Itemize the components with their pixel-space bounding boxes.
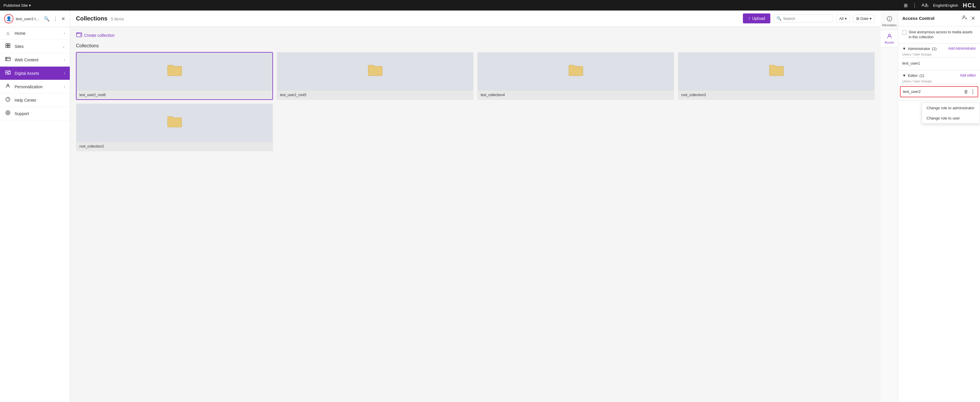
tab-information[interactable]: Information <box>881 13 898 30</box>
sites-chevron-icon: ⌄ <box>62 45 65 48</box>
sidebar-item-help-center[interactable]: ? Help Center <box>0 94 70 107</box>
editor-count: (1) <box>920 73 924 78</box>
sidebar-close-icon[interactable]: ✕ <box>61 16 66 22</box>
filter-dropdown[interactable]: All ▾ <box>836 14 850 22</box>
folder-icon-2 <box>568 64 584 80</box>
sidebar-item-sites[interactable]: Sites ⌄ <box>0 40 70 53</box>
home-chevron-icon: › <box>64 31 65 35</box>
close-panel-button[interactable]: ✕ <box>970 14 976 22</box>
collection-card-4[interactable]: root_collection2 <box>76 104 273 152</box>
add-editor-button[interactable]: Add editor <box>960 73 976 77</box>
admin-user-name-0: test_user1 <box>902 61 920 65</box>
personalization-icon <box>5 83 11 90</box>
sidebar-item-digital-assets[interactable]: Digital Assets › <box>0 67 70 80</box>
upload-button[interactable]: ↑ Upload <box>743 13 770 23</box>
sidebar-item-personalization[interactable]: Personalization › <box>0 80 70 94</box>
svg-marker-9 <box>8 72 10 74</box>
card-name-3: root_collection3 <box>678 91 874 99</box>
header-right: ↑ Upload 🔍 All ▾ ⊞ Date ▾ <box>743 13 875 23</box>
info-icon <box>886 16 892 23</box>
upload-label: Upload <box>752 16 765 21</box>
collection-card-1[interactable]: test_user2_root5 <box>277 52 474 100</box>
sidebar-item-support-label: Support <box>14 111 29 116</box>
home-icon: ⌂ <box>5 30 11 36</box>
tab-access[interactable]: Access <box>881 30 898 47</box>
folder-icon-3 <box>769 64 784 80</box>
sidebar-item-web-content[interactable]: Web Content › <box>0 53 70 67</box>
folder-icon-4 <box>167 115 182 131</box>
admin-user-row-0: test_user1 <box>902 59 976 67</box>
search-input[interactable] <box>783 16 830 21</box>
sidebar-item-home-label: Home <box>14 31 25 36</box>
right-side-panel: Information Access Access Control <box>881 11 980 402</box>
sidebar-item-personalization-label: Personalization <box>14 85 43 89</box>
anon-access-checkbox[interactable] <box>902 30 907 35</box>
administrator-role-header: ▼ Administrator (1) Add Administrator <box>902 46 976 51</box>
sidebar-nav: ⌂ Home › Sites ⌄ Web <box>0 27 70 402</box>
editor-users-groups-label: Users / User Groups <box>902 80 976 85</box>
tab-information-label: Information <box>882 24 896 27</box>
collections-area: Create collection Collections test_user2… <box>70 27 881 402</box>
avatar-icon: 👤 <box>6 16 12 21</box>
svg-point-20 <box>889 18 890 18</box>
anon-access-label: Give anonymous access to media assets in… <box>909 30 976 40</box>
svg-point-13 <box>6 111 10 115</box>
published-site-label: Published Site <box>3 3 28 8</box>
svg-point-22 <box>963 16 965 18</box>
sidebar-item-support[interactable]: Support <box>0 107 70 120</box>
add-administrator-button[interactable]: Add Administrator <box>948 46 976 51</box>
editor-section: ▼ Editor (1) Add editor Users / User Gro… <box>898 70 980 100</box>
user-more-button[interactable]: ⋮ <box>970 89 975 95</box>
collection-card-2[interactable]: test_collection4 <box>477 52 674 100</box>
user-role-dropdown: Change role to administrator Change role… <box>921 102 980 124</box>
topbar-translate-icon: Aあ <box>921 3 928 8</box>
card-thumbnail-4 <box>76 104 272 142</box>
change-role-admin-item[interactable]: Change role to administrator <box>922 103 980 113</box>
collection-card-0[interactable]: test_user2_root6 <box>76 52 273 100</box>
svg-point-10 <box>7 84 9 86</box>
add-user-button[interactable] <box>961 14 968 22</box>
administrator-section: ▼ Administrator (1) Add Administrator Us… <box>898 43 980 70</box>
create-collection-label: Create collection <box>84 33 115 38</box>
delete-user-button[interactable]: 🗑 <box>964 89 968 94</box>
web-content-chevron-icon: › <box>64 58 65 62</box>
admin-users-groups-label: Users / User Groups <box>902 53 976 57</box>
app-layout: 👤 test_user2 tes... 🔍 ⋮ ✕ ⌂ Home › <box>0 0 980 402</box>
editor-user-name-0: test_user2 <box>903 89 921 94</box>
svg-point-14 <box>7 112 9 114</box>
sidebar: 👤 test_user2 tes... 🔍 ⋮ ✕ ⌂ Home › <box>0 11 70 402</box>
change-role-user-item[interactable]: Change role to user <box>922 113 980 123</box>
sidebar-item-home[interactable]: ⌂ Home › <box>0 27 70 40</box>
sidebar-search-icon[interactable]: 🔍 <box>43 16 50 22</box>
sort-label: Date <box>861 16 869 21</box>
admin-role-label: Administrator <box>908 46 931 51</box>
digital-assets-chevron-icon: › <box>64 71 65 75</box>
content-title-area: Collections 5 items <box>76 15 124 22</box>
sort-dropdown[interactable]: ⊞ Date ▾ <box>853 14 875 22</box>
collections-section-label: Collections <box>76 43 875 48</box>
sidebar-item-help-center-label: Help Center <box>14 98 37 102</box>
topbar-language[interactable]: EnglishEnglish <box>933 3 958 8</box>
topbar-more-icon[interactable]: ⋮ <box>912 3 917 8</box>
sidebar-item-sites-label: Sites <box>14 44 24 49</box>
create-collection-button[interactable]: Create collection <box>76 31 115 39</box>
svg-rect-3 <box>8 46 10 48</box>
published-site-toggle[interactable]: Published Site ▾ <box>3 3 31 8</box>
main-content: Collections 5 items ↑ Upload 🔍 All ▾ ⊞ <box>70 11 881 402</box>
svg-point-21 <box>888 34 890 36</box>
card-thumbnail-2 <box>478 53 674 91</box>
editor-role-label: Editor <box>908 73 918 78</box>
collections-grid-row2: root_collection2 <box>76 104 875 152</box>
sidebar-more-icon[interactable]: ⋮ <box>52 16 59 22</box>
content-header: Collections 5 items ↑ Upload 🔍 All ▾ ⊞ <box>70 11 881 27</box>
collection-card-3[interactable]: root_collection3 <box>678 52 875 100</box>
anonymous-access-row: Give anonymous access to media assets in… <box>898 26 980 43</box>
sidebar-item-web-content-label: Web Content <box>14 57 38 62</box>
help-center-icon: ? <box>5 97 11 104</box>
collections-grid: test_user2_root6 test_user2_root5 <box>76 52 875 100</box>
topbar-left: Published Site ▾ <box>3 3 31 8</box>
topbar-grid-icon: ⊞ <box>904 3 908 8</box>
card-name-0: test_user2_root6 <box>76 91 272 99</box>
search-box: 🔍 <box>773 14 833 22</box>
editor-user-row-0: test_user2 🗑 ⋮ <box>900 86 978 97</box>
